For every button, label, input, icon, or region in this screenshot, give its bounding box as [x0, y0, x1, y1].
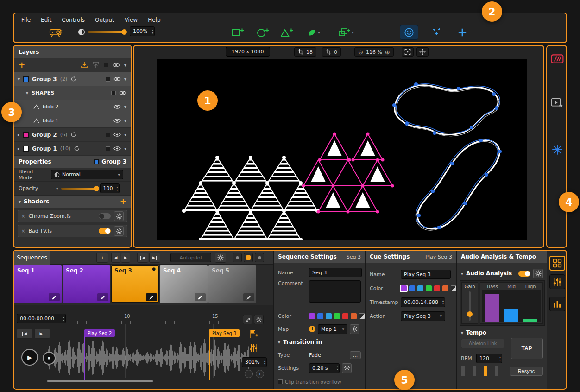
stepper-arrows[interactable]: ▴▾ [63, 316, 64, 322]
smiley-tool[interactable] [400, 25, 418, 40]
transition-duration[interactable]: 0.20 s ▴▾ [309, 363, 340, 373]
visibility-icon[interactable] [119, 90, 126, 96]
solo-all-checkbox[interactable] [104, 63, 108, 67]
color-swatch[interactable] [326, 313, 332, 319]
dropdown-caret[interactable]: ▾ [118, 172, 120, 177]
edit-sequence-button[interactable] [97, 293, 108, 301]
cue-marker-play-seq-3[interactable]: Play Seq 3 [209, 329, 240, 337]
stepper-arrows[interactable]: ▴▾ [499, 356, 501, 361]
resync-button[interactable]: Resync [510, 367, 543, 376]
zoom-in-button[interactable]: ⊕ [385, 49, 390, 56]
fit-view-button[interactable] [402, 47, 414, 57]
color-swatch[interactable] [409, 285, 415, 291]
playback-mode-1[interactable] [233, 253, 242, 262]
audio-analysis-toggle[interactable] [518, 271, 530, 277]
stepper-arrows[interactable]: ▴▾ [442, 299, 444, 305]
preview-settings-button[interactable] [550, 96, 564, 110]
audio-analysis-section[interactable]: ▾ Audio Analysis [457, 268, 547, 278]
bezier-handles[interactable] [417, 139, 502, 229]
transition-settings-button[interactable] [342, 363, 352, 373]
timeline-ruler[interactable] [69, 321, 250, 324]
shader-settings-button[interactable] [114, 226, 124, 236]
layer-row-group-3[interactable]: ▾ Group 3 (2) ▾ [14, 72, 131, 86]
expand-icon[interactable]: ▸ [18, 132, 20, 137]
import-shapes-icon[interactable] [81, 61, 88, 69]
remove-shader-icon[interactable]: × [21, 228, 25, 234]
color-swatch[interactable] [334, 313, 340, 319]
color-swatch[interactable] [317, 313, 323, 319]
add-point-tool[interactable] [453, 25, 472, 40]
brightness-value[interactable]: 100% ▴▾ [130, 26, 155, 36]
audio-view-button[interactable] [549, 297, 565, 311]
dropdown-caret[interactable]: ▾ [352, 30, 354, 35]
shader-settings-button[interactable] [114, 211, 124, 221]
visibility-icon[interactable] [113, 76, 121, 82]
remove-shader-icon[interactable]: × [21, 214, 25, 219]
effects-burst-button[interactable] [550, 142, 564, 157]
export-shapes-icon[interactable] [92, 61, 100, 69]
output-warning-button[interactable] [550, 51, 564, 66]
slider-knob[interactable] [467, 311, 473, 317]
color-swatch[interactable] [442, 285, 448, 291]
opacity-value[interactable]: 100 ▴▾ [100, 183, 120, 193]
solo-checkbox[interactable] [106, 146, 110, 151]
solo-checkbox[interactable] [106, 77, 110, 82]
transition-in-section[interactable]: ▾ Transition in [274, 337, 365, 347]
clip-overflow-checkbox[interactable] [278, 379, 283, 384]
add-cue-button[interactable] [247, 328, 259, 340]
timeline-settings-button[interactable] [254, 315, 264, 324]
collapse-icon[interactable]: ▾ [461, 271, 463, 276]
output-count-b[interactable]: 0 [322, 47, 341, 57]
slider-knob[interactable] [121, 29, 127, 35]
output-count-a[interactable]: 18 [294, 47, 316, 57]
gain-slider[interactable] [469, 291, 471, 321]
dropdown-caret[interactable]: ▾ [318, 30, 320, 35]
cue-action-dropdown[interactable]: Play Seq 3▾ [401, 311, 445, 321]
playback-mode-2[interactable] [244, 253, 253, 262]
map-dropdown[interactable]: Map 1▾ [318, 324, 347, 334]
sequence-comment-input[interactable] [309, 280, 361, 303]
sequence-card-4[interactable]: Seq 4 [160, 265, 208, 303]
transition-type-button[interactable]: … [350, 351, 361, 359]
playhead-line[interactable] [209, 336, 210, 380]
add-group-tool[interactable]: ▾ [334, 25, 359, 40]
skip-first-button[interactable]: ◀ [137, 253, 148, 263]
bpm-value[interactable]: 120 ▴▾ [476, 354, 502, 363]
layer-row-blob-2[interactable]: blob 2 ▾ [14, 100, 131, 114]
shader-row-bad-tv[interactable]: × Bad TV.fs [18, 225, 127, 237]
stepper-arrows[interactable]: ▴▾ [152, 29, 153, 34]
tempo-section[interactable]: ▾ Tempo [457, 328, 547, 338]
projector-icon[interactable] [49, 26, 63, 38]
custom-color-swatch[interactable] [359, 313, 365, 319]
color-swatch[interactable] [342, 313, 348, 319]
edit-sequence-button[interactable] [195, 293, 206, 301]
playback-mode-3[interactable] [255, 253, 264, 262]
group-color-swatch[interactable] [23, 132, 29, 138]
autopilot-settings-button[interactable] [215, 253, 226, 263]
menu-edit[interactable]: Edit [41, 17, 51, 23]
prev-sequence-button[interactable]: ◀ [111, 253, 120, 263]
menu-file[interactable]: File [21, 17, 31, 23]
expand-icon[interactable]: ▸ [18, 146, 20, 151]
collapse-icon[interactable]: ▾ [19, 199, 21, 204]
detach-timeline-button[interactable] [243, 315, 252, 324]
curve-icon[interactable]: – [51, 186, 53, 191]
visibility-icon[interactable] [113, 104, 121, 110]
opacity-slider[interactable] [61, 188, 97, 190]
visibility-icon[interactable] [113, 145, 121, 152]
timeline-mixer-button[interactable] [247, 341, 259, 354]
pan-view-button[interactable] [416, 47, 429, 57]
stepper-arrows[interactable]: ▴▾ [117, 186, 118, 191]
timeline-time[interactable]: 00:00:00.000 ▴▾ [17, 314, 66, 323]
loop-icon[interactable] [70, 132, 76, 138]
color-swatch[interactable] [309, 313, 315, 319]
options-chevron[interactable]: ▾ [124, 104, 126, 109]
stop-button[interactable]: ■ [43, 352, 56, 365]
grid-view-button[interactable] [549, 256, 565, 271]
layer-row-group-1[interactable]: ▸ Group 1 (10) ▾ [14, 142, 131, 156]
cue-marker-play-seq-2[interactable]: Play Seq 2 [84, 329, 115, 337]
sequence-card-5[interactable]: Seq 5 [208, 265, 256, 303]
shader-row-chroma-zoom[interactable]: × Chroma Zoom.fs [18, 210, 127, 222]
striped-triangles-group[interactable] [184, 158, 317, 240]
stepper-arrows[interactable]: ▴▾ [337, 365, 338, 371]
